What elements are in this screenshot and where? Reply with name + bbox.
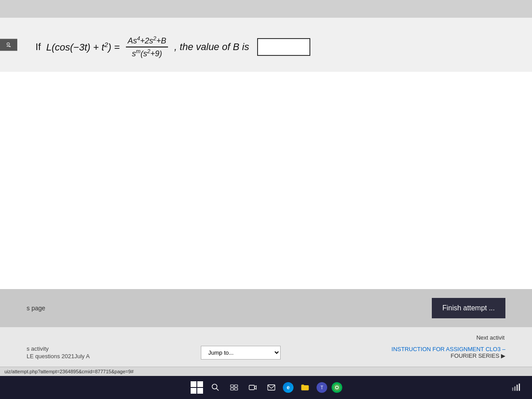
taskbar-center-icons: e T xyxy=(190,380,342,395)
folder-icon xyxy=(301,383,309,392)
windows-start-button[interactable] xyxy=(190,380,204,395)
network-icon xyxy=(512,383,520,392)
svg-rect-6 xyxy=(249,385,254,390)
page-indicator: of xyxy=(0,39,17,51)
main-content: of If L(cos(−3t) + t2) = As4+2s2+B sm(s2… xyxy=(0,18,532,376)
svg-marker-7 xyxy=(254,386,256,389)
this-page-label: s page xyxy=(27,305,45,312)
edge-letter: e xyxy=(287,384,290,391)
screen: of If L(cos(−3t) + t2) = As4+2s2+B sm(s2… xyxy=(0,0,532,399)
svg-rect-8 xyxy=(268,385,275,390)
chrome-icon xyxy=(332,383,341,392)
search-taskbar-button[interactable] xyxy=(208,380,223,395)
suffix-text: , the value of B is xyxy=(174,41,249,53)
question-content: If L(cos(−3t) + t2) = As4+2s2+B sm(s2+9)… xyxy=(35,35,505,59)
url-bar: uiz/attempt.php?attempt=2364895&cmid=877… xyxy=(0,367,532,376)
answer-input-box[interactable] xyxy=(257,38,310,56)
svg-rect-2 xyxy=(231,385,234,387)
svg-rect-4 xyxy=(231,388,234,390)
mail-button[interactable] xyxy=(264,380,278,395)
svg-rect-15 xyxy=(519,383,520,391)
fourier-series-label: FOURIER SERIES ▶ xyxy=(391,352,505,359)
chrome-button[interactable] xyxy=(332,382,342,393)
edge-browser-button[interactable]: e xyxy=(283,382,293,393)
mail-icon xyxy=(267,383,276,392)
teams-letter: T xyxy=(321,385,323,390)
svg-rect-5 xyxy=(235,388,238,390)
footer-navigation: Next activit s activity LE questions 202… xyxy=(0,327,532,367)
task-view-button[interactable] xyxy=(227,380,241,395)
svg-point-11 xyxy=(336,387,338,389)
if-label: If xyxy=(35,41,41,53)
teams-button[interactable]: T xyxy=(317,382,327,393)
jump-to-container: Jump to... xyxy=(201,346,281,360)
browser-top-bar xyxy=(0,0,532,18)
svg-rect-3 xyxy=(235,385,238,387)
fraction-denominator: sm(s2+9) xyxy=(130,47,164,59)
taskbar-system-tray xyxy=(509,380,523,395)
camera-button[interactable] xyxy=(246,380,260,395)
search-taskbar-icon xyxy=(211,383,220,392)
taskbar: e T xyxy=(0,376,532,399)
task-view-icon xyxy=(230,383,239,392)
svg-rect-14 xyxy=(516,385,518,391)
fraction-numerator: As4+2s2+B xyxy=(126,35,168,47)
next-activity-link[interactable]: INSTRUCTION FOR ASSIGNMENT CLO3 – xyxy=(391,346,505,352)
next-activity-link-container: INSTRUCTION FOR ASSIGNMENT CLO3 – FOURIE… xyxy=(391,346,505,359)
answer-work-area xyxy=(0,72,532,289)
next-activity-link-text: INSTRUCTION FOR ASSIGNMENT CLO3 – xyxy=(391,346,505,352)
next-activity-label-row: Next activit xyxy=(27,334,505,341)
math-fraction: As4+2s2+B sm(s2+9) xyxy=(126,35,168,59)
svg-rect-12 xyxy=(512,387,513,391)
svg-line-1 xyxy=(216,388,219,391)
bottom-nav-row: s activity LE questions 2021July A Jump … xyxy=(27,345,505,360)
system-tray-icon-1[interactable] xyxy=(509,380,523,395)
question-area: of If L(cos(−3t) + t2) = As4+2s2+B sm(s2… xyxy=(0,18,532,72)
prev-activity-title: LE questions 2021July A xyxy=(27,353,90,360)
page-actions-bar: s page Finish attempt ... xyxy=(0,289,532,327)
finish-attempt-button[interactable]: Finish attempt ... xyxy=(432,298,505,318)
prev-activity-info: s activity LE questions 2021July A xyxy=(27,345,90,360)
file-explorer-button[interactable] xyxy=(298,380,312,395)
camera-icon xyxy=(248,383,257,392)
windows-logo xyxy=(191,381,203,394)
svg-rect-13 xyxy=(514,387,516,391)
jump-to-select[interactable]: Jump to... xyxy=(201,346,281,360)
prev-activity-label: s activity xyxy=(27,345,90,352)
next-activity-label: Next activit xyxy=(476,334,505,341)
svg-point-0 xyxy=(212,384,217,389)
lhs-expression: L(cos(−3t) + t2) = xyxy=(46,41,120,53)
